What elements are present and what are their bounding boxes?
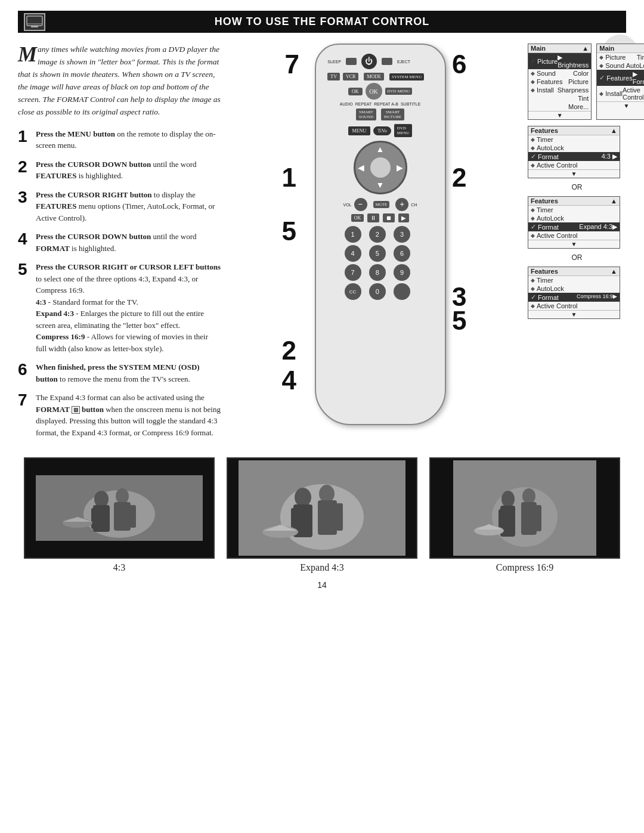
ok-btn[interactable]: OK	[351, 214, 364, 222]
step-2-number: 2	[18, 159, 31, 175]
subtitle-label: SUBTITLE	[401, 102, 420, 106]
menu-2-title: Main▲	[597, 44, 644, 53]
svg-rect-20	[318, 500, 337, 535]
menu-4-row-format: ✓ FormatExpand 4:3▶	[528, 222, 620, 231]
num-0-btn[interactable]: 0	[369, 283, 386, 300]
image-box-43: 4:3	[24, 457, 215, 573]
menu-2-scroll: ▼	[597, 101, 644, 110]
dvd-menu-btn[interactable]: DVD MENU	[385, 88, 413, 95]
menu-5-title: Features▲	[528, 267, 620, 276]
system-menu-btn[interactable]: SYSTEM MENU	[389, 73, 424, 80]
svg-point-30	[522, 488, 535, 504]
remote-step-2b: 2	[282, 336, 296, 366]
menu-3-title: Features▲	[528, 126, 620, 135]
step-3-number: 3	[18, 189, 31, 206]
mode-btn[interactable]: MODE	[364, 73, 384, 80]
num-6-btn[interactable]: 6	[394, 245, 410, 262]
step-1-number: 1	[18, 128, 31, 145]
num-3-btn[interactable]: 3	[394, 226, 410, 243]
menu-3-scroll: ▼	[528, 169, 620, 178]
vcr-btn[interactable]: VCR	[343, 73, 358, 80]
step-5: 5 Press the CURSOR RIGHT or CURSOR LEFT …	[18, 261, 221, 354]
image-frame-compress	[429, 457, 620, 559]
step-1: 1 Press the MENU button on the remote to…	[18, 128, 221, 151]
image-label-43: 4:3	[24, 562, 215, 573]
pause-btn[interactable]: ⏸	[367, 213, 379, 222]
nav-ring[interactable]: ▲ ▼ ◀ ▶	[354, 141, 407, 194]
menu-5-scroll: ▼	[528, 310, 620, 318]
intro-text: Many times while watching movies from a …	[18, 44, 221, 119]
vol-minus-btn[interactable]: −	[354, 198, 367, 211]
step-5-number: 5	[18, 261, 31, 278]
remote-step-4: 4	[282, 366, 296, 395]
step-4-number: 4	[18, 231, 31, 247]
smart-picture-btn[interactable]: SMARTPICTURE	[381, 109, 404, 120]
source-btn[interactable]: OK	[348, 88, 363, 95]
num-1-btn[interactable]: 1	[345, 226, 361, 243]
step-5-content: Press the CURSOR RIGHT or CURSOR LEFT bu…	[36, 261, 221, 354]
remote-step-5-top: 5	[282, 216, 296, 246]
menu-5: Features▲ ◆ Timer ◆ AutoLock ✓ FormatCom…	[528, 267, 620, 319]
menu-1-row-install: ◆ InstallSharpness	[528, 86, 591, 94]
ok-center-btn[interactable]: OK	[366, 83, 382, 100]
image-box-expand: Expand 4:3	[227, 457, 417, 573]
step-6: 6 When finished, press the SYSTEM MENU (…	[18, 361, 221, 385]
nav-right-arrow[interactable]: ▶	[397, 163, 403, 173]
tv-btn[interactable]: TV	[327, 73, 340, 80]
menu-2-row-install: ◆ InstallActive Control	[597, 86, 644, 101]
menu-1-row-more: More...	[528, 103, 591, 111]
step-7-content: The Expand 4:3 format can also be activa…	[36, 392, 221, 438]
step-2: 2 Press the CURSOR DOWN button until the…	[18, 159, 221, 182]
eject-btn[interactable]	[382, 58, 392, 65]
mute-btn[interactable]: MUTE	[373, 201, 390, 208]
image-box-compress: Compress 16:9	[429, 457, 620, 573]
dropcap: M	[18, 44, 37, 65]
menu-4: Features▲ ◆ Timer ◆ AutoLock ✓ FormatExp…	[528, 196, 620, 249]
menu-4-row-timer: ◆ Timer	[528, 206, 620, 214]
menu-2: Main▲ ◆ PictureTimer ◆ SoundAutoLock ✓ F…	[596, 44, 644, 120]
header-icon	[24, 13, 45, 31]
nav-left-arrow[interactable]: ◀	[358, 163, 364, 173]
menu-1-title: Main▲	[528, 44, 591, 53]
menu-1-row-picture: ✓ Picture▶ Brightness	[528, 53, 591, 69]
image-frame-43	[24, 457, 215, 559]
num-blank-btn[interactable]	[394, 283, 410, 300]
nav-center[interactable]	[369, 156, 392, 179]
num-4-btn[interactable]: 4	[345, 245, 361, 262]
play-btn[interactable]: ▶	[398, 213, 409, 222]
menu-5-row-format: ✓ FormatCompress 16:9▶	[528, 293, 620, 302]
menu-btn[interactable]: MENU	[348, 126, 371, 135]
svg-point-6	[94, 491, 109, 507]
menu-4-row-autolock: ◆ AutoLock	[528, 214, 620, 222]
smart-sound-btn[interactable]: SMARTSOUND	[356, 109, 376, 120]
menu-3-row-active: ◆ Active Control	[528, 161, 620, 169]
vol-plus-btn[interactable]: +	[395, 198, 408, 211]
bottom-section: 4:3 Expand 4:3	[18, 457, 626, 573]
menu-1-row-sound: ◆ SoundColor	[528, 69, 591, 78]
tivo-btn[interactable]: TiVo	[373, 126, 391, 135]
menu-2-row-features: ✓ Features▶ Format	[597, 70, 644, 86]
num-cc-btn[interactable]: CC	[345, 283, 361, 300]
step-4-content: Press the CURSOR DOWN button until the w…	[36, 231, 221, 254]
num-5-btn[interactable]: 5	[369, 245, 386, 262]
power-btn[interactable]: ⏻	[361, 54, 377, 69]
num-2-btn[interactable]: 2	[369, 226, 386, 243]
remote-step-7: 7	[285, 49, 299, 79]
or-label-1: OR	[528, 183, 626, 191]
svg-point-16	[295, 488, 311, 507]
num-7-btn[interactable]: 7	[345, 264, 361, 281]
dvd-menu2-btn[interactable]: DVDMENU	[394, 124, 413, 137]
nav-down-arrow[interactable]: ▼	[376, 181, 385, 190]
svg-rect-0	[27, 16, 42, 26]
svg-point-27	[501, 491, 515, 507]
sleep-btn[interactable]	[346, 58, 357, 65]
remote-wrapper: 7 6 1 2 5 2 4 3 5 SLEEP ⏻ EJECT	[279, 44, 470, 437]
menu-3: Features▲ ◆ Timer ◆ AutoLock ✓ Format4:3…	[528, 126, 620, 178]
num-8-btn[interactable]: 8	[369, 264, 386, 281]
menu-5-row-active: ◆ Active Control	[528, 302, 620, 310]
stop-btn[interactable]: ⏹	[383, 213, 395, 222]
step-7-number: 7	[18, 392, 31, 408]
num-9-btn[interactable]: 9	[394, 264, 410, 281]
nav-up-arrow[interactable]: ▲	[376, 145, 385, 154]
menu-3-row-timer: ◆ Timer	[528, 135, 620, 144]
